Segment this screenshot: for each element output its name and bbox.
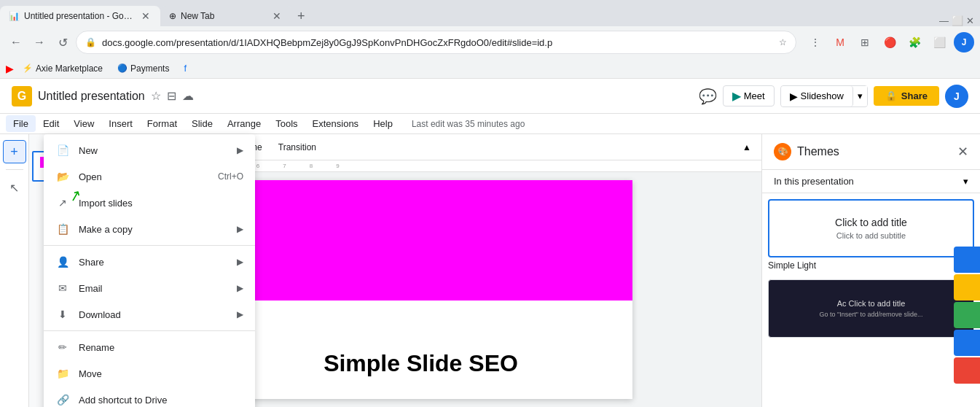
themes-header: 🎨 Themes ✕	[762, 134, 980, 170]
toolbar-right: 💬 ▶ Meet ▶ Slideshow ▾ 🔒 Share J	[699, 85, 968, 108]
menu-file[interactable]: File	[6, 115, 36, 132]
payments-icon: 🔵	[117, 63, 128, 73]
tab-close-2[interactable]: ✕	[271, 10, 283, 22]
meet-icon: ▶	[732, 89, 741, 103]
browser-nav: ← → ↺ 🔒 docs.google.com/presentation/d/1…	[0, 26, 980, 58]
bookmark-axie[interactable]: ⚡ Axie Marketplace	[17, 62, 109, 75]
tab-bar: 📊 Untitled presentation - Google S ✕ ⊕ N…	[0, 0, 980, 26]
menu-edit[interactable]: Edit	[36, 115, 66, 132]
theme-subtitle-2: Go to "Insert" to add/remove slide...	[820, 311, 923, 318]
themes-dropdown-text: In this presentation	[774, 176, 960, 187]
side-btn-blue[interactable]	[954, 247, 980, 273]
themes-dropdown[interactable]: In this presentation ▾	[762, 170, 980, 193]
tab-active[interactable]: 📊 Untitled presentation - Google S ✕	[0, 6, 160, 26]
themes-title: Themes	[797, 145, 952, 158]
share-button[interactable]: 🔒 Share	[874, 86, 939, 106]
side-btn-green[interactable]	[954, 302, 980, 328]
themes-close-button[interactable]: ✕	[957, 144, 968, 160]
slideshow-button[interactable]: ▶ Slideshow	[781, 86, 853, 106]
menu-format[interactable]: Format	[140, 115, 184, 132]
chevron-down-icon: ▾	[963, 176, 968, 187]
menu-tools[interactable]: Tools	[268, 115, 305, 132]
theme-dark[interactable]: Ac Click to add title Go to "Insert" to …	[768, 279, 974, 338]
address-bar[interactable]: 🔒 docs.google.com/presentation/d/1IADXHQ…	[76, 31, 796, 54]
comments-button[interactable]: 💬	[699, 88, 717, 105]
plugin-icon-2[interactable]: 🧩	[904, 32, 925, 53]
reload-button[interactable]: ↺	[52, 32, 73, 53]
plugin-icon-3[interactable]: ⬜	[929, 32, 949, 53]
theme-simple-light[interactable]: Click to add title Click to add subtitle…	[768, 199, 974, 274]
side-btn-blue2[interactable]	[954, 330, 980, 356]
menu-item-share-left: 👤 Share	[55, 255, 104, 269]
tab-2[interactable]: ⊕ New Tab ✕	[160, 6, 291, 26]
menu-item-copy[interactable]: 📋 Make a copy ▶	[44, 216, 255, 242]
menu-item-import[interactable]: ↗ Import slides	[44, 190, 255, 216]
user-avatar[interactable]: J	[945, 85, 968, 108]
new-tab-button[interactable]: +	[291, 9, 311, 24]
tab-favicon-2: ⊕	[169, 11, 176, 21]
star-button[interactable]: ☆	[151, 89, 161, 103]
google-apps-icon[interactable]: ⊞	[855, 32, 875, 53]
menu-open-label: Open	[79, 171, 102, 182]
tab-close-1[interactable]: ✕	[140, 10, 152, 22]
meet-button[interactable]: ▶ Meet	[723, 85, 775, 106]
themes-icon: 🎨	[774, 143, 791, 160]
app-title: Untitled presentation	[38, 90, 145, 103]
gmail-icon[interactable]: M	[830, 32, 850, 53]
lock-icon: 🔒	[885, 90, 897, 101]
open-shortcut: Ctrl+O	[218, 171, 243, 182]
menu-extensions[interactable]: Extensions	[305, 115, 366, 132]
email-arrow-icon: ▶	[237, 283, 243, 293]
nav-icons: ⋮ M ⊞ 🔴 🧩 ⬜ J	[805, 32, 974, 53]
menu-slide[interactable]: Slide	[184, 115, 220, 132]
slideshow-icon: ▶	[790, 90, 798, 102]
bookmark-payments[interactable]: 🔵 Payments	[111, 62, 175, 75]
app-toolbar: G Untitled presentation ☆ ⊟ ☁ 💬 ▶ Meet ▶…	[0, 79, 980, 114]
forward-button[interactable]: →	[29, 32, 50, 53]
browser-chrome: 📊 Untitled presentation - Google S ✕ ⊕ N…	[0, 0, 980, 79]
slideshow-dropdown-button[interactable]: ▾	[853, 86, 867, 106]
side-btn-red[interactable]	[954, 357, 980, 384]
cloud-button[interactable]: ☁	[182, 89, 194, 103]
email-icon: ✉	[55, 281, 70, 295]
menu-view[interactable]: View	[66, 115, 101, 132]
bookmark-fb[interactable]: f	[178, 61, 192, 75]
menu-item-download-left: ⬇ Download	[55, 307, 121, 322]
share-menu-icon: 👤	[55, 255, 70, 269]
menu-item-new[interactable]: 📄 New ▶	[44, 137, 255, 163]
menu-new-label: New	[79, 145, 98, 156]
menu-item-download[interactable]: ⬇ Download ▶	[44, 301, 255, 327]
plugin-icon-1[interactable]: 🔴	[879, 32, 900, 53]
cursor-tool[interactable]: ↖	[3, 176, 26, 199]
menu-item-shortcut-left: 🔗 Add shortcut to Drive	[55, 392, 167, 407]
theme-title-1: Click to add title	[835, 217, 907, 228]
slide-main-text[interactable]: Simple Slide SEO	[324, 350, 518, 377]
menu-download-label: Download	[79, 309, 121, 320]
app-logo: G	[12, 86, 32, 106]
menu-insert[interactable]: Insert	[101, 115, 140, 132]
menu-item-rename[interactable]: ✏ Rename	[44, 334, 255, 360]
menu-item-open[interactable]: 📂 Open Ctrl+O	[44, 163, 255, 190]
file-menu: 📄 New ▶ 📂 Open Ctrl+O ↗ Import slides	[44, 134, 255, 407]
profile-icon[interactable]: J	[954, 32, 974, 53]
back-button[interactable]: ←	[6, 32, 26, 53]
menu-item-move[interactable]: 📁 Move	[44, 360, 255, 387]
tab-bar-controls: — ⬜ ✕	[939, 15, 980, 26]
transition-button[interactable]: Transition	[272, 140, 323, 155]
move-icon: 📁	[55, 366, 70, 381]
menu-item-share[interactable]: 👤 Share ▶	[44, 249, 255, 275]
menu-item-open-left: 📂 Open	[55, 169, 102, 184]
extensions-icon[interactable]: ⋮	[805, 32, 826, 53]
add-slide-button[interactable]: +	[3, 140, 26, 163]
slide-content[interactable]: Simple Slide SEO	[210, 180, 632, 399]
menu-help[interactable]: Help	[366, 115, 400, 132]
side-btn-yellow[interactable]	[954, 274, 980, 301]
menu-item-add-shortcut[interactable]: 🔗 Add shortcut to Drive	[44, 387, 255, 407]
menu-copy-label: Make a copy	[79, 224, 133, 235]
menu-item-rename-left: ✏ Rename	[55, 340, 114, 354]
folder-button[interactable]: ⊟	[167, 89, 176, 103]
menu-arrange[interactable]: Arrange	[220, 115, 268, 132]
collapse-panel-button[interactable]: ▲	[738, 141, 756, 154]
menu-item-email[interactable]: ✉ Email ▶	[44, 275, 255, 301]
tab-title-2: New Tab	[181, 11, 267, 21]
